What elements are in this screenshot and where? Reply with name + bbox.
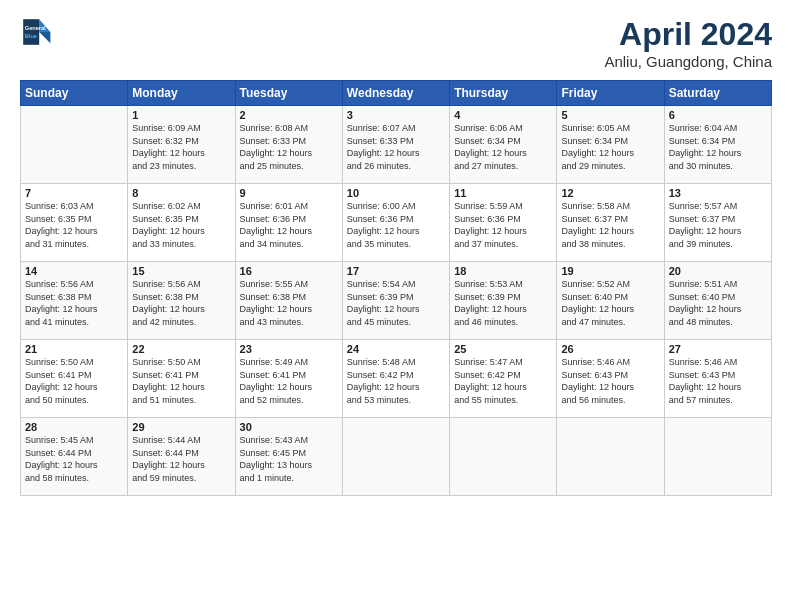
day-info: Sunrise: 5:46 AM Sunset: 6:43 PM Dayligh… bbox=[669, 356, 767, 406]
calendar-subtitle: Anliu, Guangdong, China bbox=[604, 53, 772, 70]
day-info: Sunrise: 5:48 AM Sunset: 6:42 PM Dayligh… bbox=[347, 356, 445, 406]
weekday-header-monday: Monday bbox=[128, 81, 235, 106]
day-number: 6 bbox=[669, 109, 767, 121]
day-number: 13 bbox=[669, 187, 767, 199]
week-row-4: 28Sunrise: 5:45 AM Sunset: 6:44 PM Dayli… bbox=[21, 418, 772, 496]
calendar-cell: 2Sunrise: 6:08 AM Sunset: 6:33 PM Daylig… bbox=[235, 106, 342, 184]
svg-text:General: General bbox=[25, 25, 46, 31]
day-number: 20 bbox=[669, 265, 767, 277]
day-number: 23 bbox=[240, 343, 338, 355]
day-number: 24 bbox=[347, 343, 445, 355]
day-number: 18 bbox=[454, 265, 552, 277]
day-number: 17 bbox=[347, 265, 445, 277]
day-number: 1 bbox=[132, 109, 230, 121]
week-row-3: 21Sunrise: 5:50 AM Sunset: 6:41 PM Dayli… bbox=[21, 340, 772, 418]
day-info: Sunrise: 6:03 AM Sunset: 6:35 PM Dayligh… bbox=[25, 200, 123, 250]
weekday-header-sunday: Sunday bbox=[21, 81, 128, 106]
day-number: 5 bbox=[561, 109, 659, 121]
weekday-header-row: SundayMondayTuesdayWednesdayThursdayFrid… bbox=[21, 81, 772, 106]
calendar-cell: 11Sunrise: 5:59 AM Sunset: 6:36 PM Dayli… bbox=[450, 184, 557, 262]
calendar-cell: 16Sunrise: 5:55 AM Sunset: 6:38 PM Dayli… bbox=[235, 262, 342, 340]
calendar-cell: 5Sunrise: 6:05 AM Sunset: 6:34 PM Daylig… bbox=[557, 106, 664, 184]
day-number: 26 bbox=[561, 343, 659, 355]
day-number: 11 bbox=[454, 187, 552, 199]
day-number: 29 bbox=[132, 421, 230, 433]
day-info: Sunrise: 5:55 AM Sunset: 6:38 PM Dayligh… bbox=[240, 278, 338, 328]
svg-text:Blue: Blue bbox=[25, 33, 37, 39]
day-info: Sunrise: 6:08 AM Sunset: 6:33 PM Dayligh… bbox=[240, 122, 338, 172]
weekday-header-friday: Friday bbox=[557, 81, 664, 106]
svg-rect-2 bbox=[23, 19, 39, 45]
day-number: 12 bbox=[561, 187, 659, 199]
day-number: 25 bbox=[454, 343, 552, 355]
calendar-cell: 1Sunrise: 6:09 AM Sunset: 6:32 PM Daylig… bbox=[128, 106, 235, 184]
calendar-cell: 9Sunrise: 6:01 AM Sunset: 6:36 PM Daylig… bbox=[235, 184, 342, 262]
day-number: 9 bbox=[240, 187, 338, 199]
day-info: Sunrise: 6:04 AM Sunset: 6:34 PM Dayligh… bbox=[669, 122, 767, 172]
calendar-cell: 15Sunrise: 5:56 AM Sunset: 6:38 PM Dayli… bbox=[128, 262, 235, 340]
weekday-header-wednesday: Wednesday bbox=[342, 81, 449, 106]
day-info: Sunrise: 6:05 AM Sunset: 6:34 PM Dayligh… bbox=[561, 122, 659, 172]
weekday-header-tuesday: Tuesday bbox=[235, 81, 342, 106]
calendar-cell: 26Sunrise: 5:46 AM Sunset: 6:43 PM Dayli… bbox=[557, 340, 664, 418]
calendar-cell: 23Sunrise: 5:49 AM Sunset: 6:41 PM Dayli… bbox=[235, 340, 342, 418]
day-info: Sunrise: 6:09 AM Sunset: 6:32 PM Dayligh… bbox=[132, 122, 230, 172]
calendar-table: SundayMondayTuesdayWednesdayThursdayFrid… bbox=[20, 80, 772, 496]
calendar-cell bbox=[342, 418, 449, 496]
calendar-cell: 27Sunrise: 5:46 AM Sunset: 6:43 PM Dayli… bbox=[664, 340, 771, 418]
page-container: General Blue April 2024 Anliu, Guangdong… bbox=[0, 0, 792, 506]
day-info: Sunrise: 5:43 AM Sunset: 6:45 PM Dayligh… bbox=[240, 434, 338, 484]
day-number: 21 bbox=[25, 343, 123, 355]
calendar-cell: 10Sunrise: 6:00 AM Sunset: 6:36 PM Dayli… bbox=[342, 184, 449, 262]
header: General Blue April 2024 Anliu, Guangdong… bbox=[20, 16, 772, 70]
day-info: Sunrise: 6:06 AM Sunset: 6:34 PM Dayligh… bbox=[454, 122, 552, 172]
day-number: 14 bbox=[25, 265, 123, 277]
day-info: Sunrise: 6:02 AM Sunset: 6:35 PM Dayligh… bbox=[132, 200, 230, 250]
calendar-cell: 4Sunrise: 6:06 AM Sunset: 6:34 PM Daylig… bbox=[450, 106, 557, 184]
calendar-cell: 22Sunrise: 5:50 AM Sunset: 6:41 PM Dayli… bbox=[128, 340, 235, 418]
calendar-cell: 25Sunrise: 5:47 AM Sunset: 6:42 PM Dayli… bbox=[450, 340, 557, 418]
day-info: Sunrise: 5:44 AM Sunset: 6:44 PM Dayligh… bbox=[132, 434, 230, 484]
day-info: Sunrise: 5:45 AM Sunset: 6:44 PM Dayligh… bbox=[25, 434, 123, 484]
day-number: 15 bbox=[132, 265, 230, 277]
week-row-1: 7Sunrise: 6:03 AM Sunset: 6:35 PM Daylig… bbox=[21, 184, 772, 262]
calendar-cell: 24Sunrise: 5:48 AM Sunset: 6:42 PM Dayli… bbox=[342, 340, 449, 418]
calendar-cell: 7Sunrise: 6:03 AM Sunset: 6:35 PM Daylig… bbox=[21, 184, 128, 262]
day-number: 30 bbox=[240, 421, 338, 433]
day-info: Sunrise: 5:49 AM Sunset: 6:41 PM Dayligh… bbox=[240, 356, 338, 406]
calendar-cell: 28Sunrise: 5:45 AM Sunset: 6:44 PM Dayli… bbox=[21, 418, 128, 496]
day-info: Sunrise: 6:07 AM Sunset: 6:33 PM Dayligh… bbox=[347, 122, 445, 172]
day-info: Sunrise: 5:57 AM Sunset: 6:37 PM Dayligh… bbox=[669, 200, 767, 250]
day-info: Sunrise: 5:52 AM Sunset: 6:40 PM Dayligh… bbox=[561, 278, 659, 328]
calendar-cell bbox=[21, 106, 128, 184]
calendar-cell: 18Sunrise: 5:53 AM Sunset: 6:39 PM Dayli… bbox=[450, 262, 557, 340]
day-number: 27 bbox=[669, 343, 767, 355]
day-info: Sunrise: 5:53 AM Sunset: 6:39 PM Dayligh… bbox=[454, 278, 552, 328]
day-number: 16 bbox=[240, 265, 338, 277]
day-number: 19 bbox=[561, 265, 659, 277]
weekday-header-saturday: Saturday bbox=[664, 81, 771, 106]
calendar-cell bbox=[664, 418, 771, 496]
calendar-cell: 20Sunrise: 5:51 AM Sunset: 6:40 PM Dayli… bbox=[664, 262, 771, 340]
day-info: Sunrise: 5:56 AM Sunset: 6:38 PM Dayligh… bbox=[25, 278, 123, 328]
day-info: Sunrise: 5:47 AM Sunset: 6:42 PM Dayligh… bbox=[454, 356, 552, 406]
week-row-0: 1Sunrise: 6:09 AM Sunset: 6:32 PM Daylig… bbox=[21, 106, 772, 184]
calendar-cell bbox=[450, 418, 557, 496]
calendar-cell: 12Sunrise: 5:58 AM Sunset: 6:37 PM Dayli… bbox=[557, 184, 664, 262]
day-number: 4 bbox=[454, 109, 552, 121]
day-info: Sunrise: 6:01 AM Sunset: 6:36 PM Dayligh… bbox=[240, 200, 338, 250]
svg-marker-1 bbox=[39, 32, 50, 43]
day-info: Sunrise: 5:50 AM Sunset: 6:41 PM Dayligh… bbox=[132, 356, 230, 406]
day-number: 22 bbox=[132, 343, 230, 355]
day-info: Sunrise: 5:51 AM Sunset: 6:40 PM Dayligh… bbox=[669, 278, 767, 328]
day-info: Sunrise: 5:46 AM Sunset: 6:43 PM Dayligh… bbox=[561, 356, 659, 406]
logo: General Blue bbox=[20, 16, 52, 48]
weekday-header-thursday: Thursday bbox=[450, 81, 557, 106]
calendar-cell: 19Sunrise: 5:52 AM Sunset: 6:40 PM Dayli… bbox=[557, 262, 664, 340]
calendar-cell bbox=[557, 418, 664, 496]
day-info: Sunrise: 5:54 AM Sunset: 6:39 PM Dayligh… bbox=[347, 278, 445, 328]
calendar-cell: 8Sunrise: 6:02 AM Sunset: 6:35 PM Daylig… bbox=[128, 184, 235, 262]
logo-icon: General Blue bbox=[20, 16, 52, 48]
calendar-cell: 29Sunrise: 5:44 AM Sunset: 6:44 PM Dayli… bbox=[128, 418, 235, 496]
calendar-cell: 14Sunrise: 5:56 AM Sunset: 6:38 PM Dayli… bbox=[21, 262, 128, 340]
